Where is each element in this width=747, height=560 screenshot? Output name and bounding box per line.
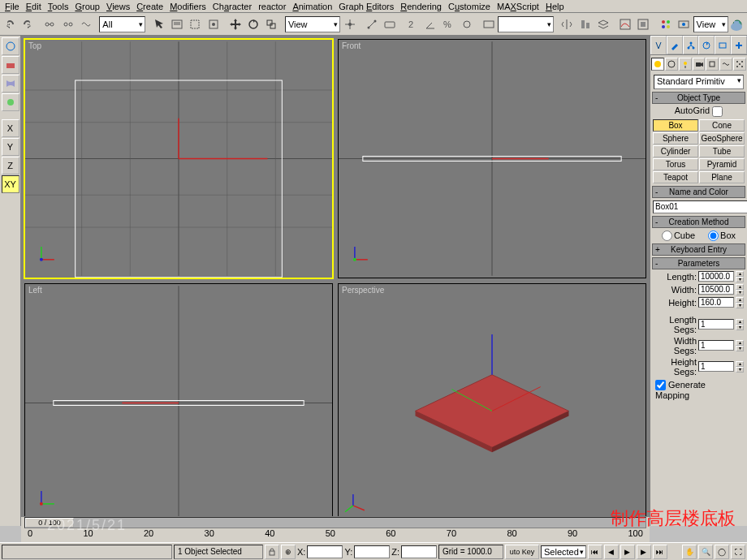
prev-frame-button[interactable]: ◀: [604, 545, 619, 559]
selection-filter-combo[interactable]: All: [99, 16, 145, 32]
creation-cube-radio[interactable]: Cube: [662, 230, 695, 241]
absolute-relative-button[interactable]: ⊕: [281, 545, 296, 559]
render-scene-button[interactable]: [675, 15, 692, 33]
select-object-button[interactable]: [150, 15, 167, 33]
undo-button[interactable]: [1, 15, 18, 33]
hsegs-spinner[interactable]: ▴▾: [736, 361, 744, 373]
redo-button[interactable]: [19, 15, 36, 33]
motion-tab[interactable]: [698, 36, 715, 54]
viewport-left[interactable]: Left: [24, 283, 333, 523]
x-input[interactable]: [307, 545, 343, 558]
lsegs-input[interactable]: [698, 319, 734, 330]
material-editor-button[interactable]: [657, 15, 674, 33]
primitive-sphere[interactable]: Sphere: [653, 132, 698, 144]
menu-create[interactable]: Create: [133, 2, 166, 11]
menu-group[interactable]: Group: [71, 2, 103, 11]
named-selection-combo[interactable]: [498, 16, 553, 32]
menu-edit[interactable]: Edit: [23, 2, 45, 11]
autogrid-checkbox[interactable]: [712, 106, 723, 117]
mirror-button[interactable]: [559, 15, 576, 33]
selection-region-button[interactable]: [187, 15, 204, 33]
primitive-box[interactable]: Box: [653, 119, 698, 131]
menu-help[interactable]: Help: [542, 2, 568, 11]
teapot-render-icon[interactable]: [728, 15, 745, 33]
reactor-rigid-icon[interactable]: [2, 56, 19, 74]
render-type-combo[interactable]: View: [693, 16, 728, 32]
z-input[interactable]: [401, 545, 437, 558]
reactor-soft-icon[interactable]: [2, 93, 19, 111]
lock-selection-button[interactable]: [265, 545, 279, 559]
layers-button[interactable]: [594, 15, 611, 33]
min-max-toggle-button[interactable]: ⛶: [731, 545, 745, 559]
object-name-input[interactable]: [653, 200, 747, 213]
wsegs-input[interactable]: [698, 340, 734, 351]
scale-button[interactable]: [263, 15, 280, 33]
width-spinner[interactable]: ▴▾: [736, 284, 744, 295]
rollout-parameters[interactable]: Parameters: [652, 257, 745, 269]
align-button[interactable]: [576, 15, 594, 33]
length-input[interactable]: [698, 271, 734, 282]
menu-views[interactable]: Views: [103, 2, 133, 11]
menu-grapheditors[interactable]: Graph Editors: [335, 2, 397, 11]
snap-angle-button[interactable]: [421, 15, 438, 33]
hierarchy-tab[interactable]: [683, 36, 699, 54]
autogrid-label[interactable]: AutoGrid: [675, 106, 723, 115]
viewport-perspective[interactable]: Perspective: [338, 283, 646, 523]
ref-coord-combo[interactable]: View: [285, 16, 340, 32]
menu-animation[interactable]: Animation: [289, 2, 335, 11]
time-slider[interactable]: 0 / 100: [24, 517, 646, 528]
move-button[interactable]: [227, 15, 244, 33]
lights-subtab[interactable]: [679, 58, 692, 71]
snap-percent-button[interactable]: %: [440, 15, 457, 33]
menu-character[interactable]: Character: [209, 2, 255, 11]
arc-rotate-button[interactable]: ◯: [715, 545, 729, 559]
select-by-name-button[interactable]: [168, 15, 185, 33]
zoom-extents-button[interactable]: 🔍: [698, 545, 713, 559]
axis-x-button[interactable]: X: [2, 119, 19, 137]
named-selection-button[interactable]: [480, 15, 497, 33]
pan-view-button[interactable]: ✋: [682, 545, 697, 559]
autokey-button[interactable]: uto Key: [505, 545, 539, 559]
primitive-torus[interactable]: Torus: [653, 158, 698, 170]
play-button[interactable]: ▶: [620, 545, 635, 559]
axis-y-button[interactable]: Y: [2, 138, 19, 156]
rollout-creation-method[interactable]: Creation Method: [652, 216, 745, 228]
modify-tab[interactable]: [667, 36, 683, 54]
primitive-cone[interactable]: Cone: [699, 119, 745, 131]
primitive-teapot[interactable]: Teapot: [653, 171, 698, 183]
rotate-button[interactable]: [244, 15, 261, 33]
primitive-plane[interactable]: Plane: [699, 171, 745, 183]
menu-rendering[interactable]: Rendering: [397, 2, 445, 11]
hsegs-input[interactable]: [698, 361, 734, 372]
schematic-view-button[interactable]: [635, 15, 652, 33]
unlink-button[interactable]: [59, 15, 76, 33]
spacewarps-subtab[interactable]: [719, 58, 732, 71]
shapes-subtab[interactable]: [665, 58, 678, 71]
goto-end-button[interactable]: ⏭: [653, 545, 667, 559]
primitive-cylinder[interactable]: Cylinder: [653, 145, 698, 157]
menu-reactor[interactable]: reactor: [255, 2, 289, 11]
reactor-tool-icon[interactable]: [2, 37, 19, 55]
keyboard-shortcut-button[interactable]: [382, 15, 399, 33]
viewport-front[interactable]: Front: [338, 39, 646, 278]
creation-box-radio[interactable]: Box: [708, 230, 736, 241]
snap-2d-button[interactable]: 2: [404, 15, 421, 33]
axis-xy-button[interactable]: XY: [2, 175, 19, 193]
width-input[interactable]: [698, 284, 734, 295]
rollout-object-type[interactable]: Object Type: [652, 92, 745, 104]
y-input[interactable]: [354, 545, 390, 558]
wsegs-spinner[interactable]: ▴▾: [736, 340, 744, 351]
bind-spacewarp-button[interactable]: [77, 15, 94, 33]
lsegs-spinner[interactable]: ▴▾: [736, 319, 744, 330]
geometry-subtab[interactable]: [651, 58, 664, 71]
manipulate-button[interactable]: [363, 15, 380, 33]
height-spinner[interactable]: ▴▾: [736, 297, 744, 308]
height-input[interactable]: [698, 297, 734, 308]
menu-tools[interactable]: Tools: [45, 2, 72, 11]
display-tab[interactable]: [715, 36, 731, 54]
axis-z-button[interactable]: Z: [2, 157, 19, 174]
category-combo[interactable]: Standard Primitiv: [654, 75, 744, 89]
primitive-pyramid[interactable]: Pyramid: [699, 158, 745, 170]
goto-start-button[interactable]: ⏮: [588, 545, 602, 559]
next-frame-button[interactable]: ▶: [637, 545, 651, 559]
